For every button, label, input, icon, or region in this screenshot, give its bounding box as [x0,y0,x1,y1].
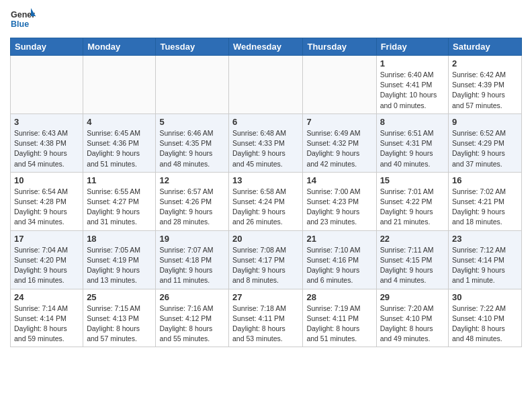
calendar-cell: 21Sunrise: 7:10 AM Sunset: 4:16 PM Dayli… [303,230,376,289]
day-number: 28 [306,292,372,302]
day-number: 14 [306,175,372,185]
calendar-week-row: 10Sunrise: 6:54 AM Sunset: 4:28 PM Dayli… [11,172,522,230]
day-number: 20 [232,234,299,244]
calendar-cell: 2Sunrise: 6:42 AM Sunset: 4:39 PM Daylig… [449,56,522,114]
calendar-cell: 30Sunrise: 7:22 AM Sunset: 4:10 PM Dayli… [449,289,522,347]
day-info: Sunrise: 6:46 AM Sunset: 4:35 PM Dayligh… [159,128,225,169]
day-info: Sunrise: 6:45 AM Sunset: 4:36 PM Dayligh… [87,128,152,169]
day-info: Sunrise: 7:14 AM Sunset: 4:14 PM Dayligh… [14,304,79,345]
calendar-cell: 10Sunrise: 6:54 AM Sunset: 4:28 PM Dayli… [11,172,83,230]
day-number: 3 [14,117,79,127]
day-number: 17 [14,234,79,244]
day-info: Sunrise: 7:08 AM Sunset: 4:17 PM Dayligh… [232,245,299,286]
calendar-cell: 13Sunrise: 6:58 AM Sunset: 4:24 PM Dayli… [229,172,303,230]
day-number: 25 [87,292,152,302]
day-number: 12 [159,175,225,185]
day-number: 26 [159,292,225,302]
day-info: Sunrise: 7:12 AM Sunset: 4:14 PM Dayligh… [452,245,518,286]
day-info: Sunrise: 6:48 AM Sunset: 4:33 PM Dayligh… [232,128,299,169]
calendar-cell: 26Sunrise: 7:16 AM Sunset: 4:12 PM Dayli… [156,289,229,347]
day-number: 16 [452,175,518,185]
calendar-cell: 7Sunrise: 6:49 AM Sunset: 4:32 PM Daylig… [303,113,376,172]
day-info: Sunrise: 7:19 AM Sunset: 4:11 PM Dayligh… [306,304,372,345]
day-number: 8 [380,117,445,127]
day-number: 30 [452,292,518,302]
calendar-cell: 24Sunrise: 7:14 AM Sunset: 4:14 PM Dayli… [11,289,83,347]
day-info: Sunrise: 7:16 AM Sunset: 4:12 PM Dayligh… [159,304,225,345]
calendar-cell: 22Sunrise: 7:11 AM Sunset: 4:15 PM Dayli… [376,230,448,289]
day-number: 11 [87,175,152,185]
calendar-week-row: 1Sunrise: 6:40 AM Sunset: 4:41 PM Daylig… [11,56,522,114]
calendar-cell [229,56,303,114]
day-number: 1 [380,58,445,68]
day-info: Sunrise: 7:01 AM Sunset: 4:22 PM Dayligh… [380,187,445,228]
day-number: 7 [306,117,372,127]
day-number: 24 [14,292,79,302]
day-info: Sunrise: 6:55 AM Sunset: 4:27 PM Dayligh… [87,187,152,228]
day-info: Sunrise: 6:49 AM Sunset: 4:32 PM Dayligh… [306,128,372,169]
day-info: Sunrise: 6:51 AM Sunset: 4:31 PM Dayligh… [380,128,445,169]
day-info: Sunrise: 7:22 AM Sunset: 4:10 PM Dayligh… [452,304,518,345]
day-info: Sunrise: 6:40 AM Sunset: 4:41 PM Dayligh… [380,70,445,111]
day-info: Sunrise: 6:43 AM Sunset: 4:38 PM Dayligh… [14,128,79,169]
weekday-header: Sunday [11,38,83,56]
calendar-cell: 18Sunrise: 7:05 AM Sunset: 4:19 PM Dayli… [83,230,156,289]
calendar-cell: 9Sunrise: 6:52 AM Sunset: 4:29 PM Daylig… [449,113,522,172]
calendar-cell: 25Sunrise: 7:15 AM Sunset: 4:13 PM Dayli… [83,289,156,347]
calendar-cell: 1Sunrise: 6:40 AM Sunset: 4:41 PM Daylig… [376,56,448,114]
logo: General Blue [10,7,36,32]
day-info: Sunrise: 6:42 AM Sunset: 4:39 PM Dayligh… [452,70,518,111]
day-info: Sunrise: 7:20 AM Sunset: 4:10 PM Dayligh… [380,304,445,345]
day-info: Sunrise: 7:02 AM Sunset: 4:21 PM Dayligh… [452,187,518,228]
weekday-header: Monday [83,38,156,56]
calendar-cell [156,56,229,114]
day-info: Sunrise: 7:18 AM Sunset: 4:11 PM Dayligh… [232,304,299,345]
day-info: Sunrise: 7:07 AM Sunset: 4:18 PM Dayligh… [159,245,225,286]
calendar-cell: 15Sunrise: 7:01 AM Sunset: 4:22 PM Dayli… [376,172,448,230]
calendar-cell: 16Sunrise: 7:02 AM Sunset: 4:21 PM Dayli… [449,172,522,230]
day-number: 13 [232,175,299,185]
calendar-cell: 19Sunrise: 7:07 AM Sunset: 4:18 PM Dayli… [156,230,229,289]
day-number: 10 [14,175,79,185]
day-info: Sunrise: 7:10 AM Sunset: 4:16 PM Dayligh… [306,245,372,286]
day-number: 29 [380,292,445,302]
day-number: 9 [452,117,518,127]
weekday-header: Tuesday [156,38,229,56]
day-info: Sunrise: 7:00 AM Sunset: 4:23 PM Dayligh… [306,187,372,228]
calendar-cell [11,56,83,114]
calendar-cell: 3Sunrise: 6:43 AM Sunset: 4:38 PM Daylig… [11,113,83,172]
day-number: 2 [452,58,518,68]
calendar-cell: 5Sunrise: 6:46 AM Sunset: 4:35 PM Daylig… [156,113,229,172]
day-info: Sunrise: 7:04 AM Sunset: 4:20 PM Dayligh… [14,245,79,286]
day-number: 19 [159,234,225,244]
day-number: 15 [380,175,445,185]
day-info: Sunrise: 7:11 AM Sunset: 4:15 PM Dayligh… [380,245,445,286]
logo-triangle-icon: General Blue [10,7,36,32]
calendar-cell: 6Sunrise: 6:48 AM Sunset: 4:33 PM Daylig… [229,113,303,172]
calendar-cell: 8Sunrise: 6:51 AM Sunset: 4:31 PM Daylig… [376,113,448,172]
weekday-header: Friday [376,38,448,56]
calendar-cell: 23Sunrise: 7:12 AM Sunset: 4:14 PM Dayli… [449,230,522,289]
day-number: 4 [87,117,152,127]
calendar-cell: 29Sunrise: 7:20 AM Sunset: 4:10 PM Dayli… [376,289,448,347]
calendar-week-row: 24Sunrise: 7:14 AM Sunset: 4:14 PM Dayli… [11,289,522,347]
day-number: 18 [87,234,152,244]
calendar-cell: 20Sunrise: 7:08 AM Sunset: 4:17 PM Dayli… [229,230,303,289]
calendar-table: SundayMondayTuesdayWednesdayThursdayFrid… [10,38,522,347]
day-number: 21 [306,234,372,244]
calendar-cell: 14Sunrise: 7:00 AM Sunset: 4:23 PM Dayli… [303,172,376,230]
calendar-week-row: 3Sunrise: 6:43 AM Sunset: 4:38 PM Daylig… [11,113,522,172]
header: General Blue [10,7,522,32]
day-number: 6 [232,117,299,127]
calendar-cell: 27Sunrise: 7:18 AM Sunset: 4:11 PM Dayli… [229,289,303,347]
svg-text:Blue: Blue [11,19,29,29]
day-info: Sunrise: 6:58 AM Sunset: 4:24 PM Dayligh… [232,187,299,228]
calendar-header-row: SundayMondayTuesdayWednesdayThursdayFrid… [11,38,522,56]
weekday-header: Saturday [449,38,522,56]
page-container: General Blue SundayMondayTuesdayWednesda… [0,0,532,354]
day-number: 22 [380,234,445,244]
day-number: 27 [232,292,299,302]
day-number: 23 [452,234,518,244]
calendar-cell [83,56,156,114]
calendar-week-row: 17Sunrise: 7:04 AM Sunset: 4:20 PM Dayli… [11,230,522,289]
